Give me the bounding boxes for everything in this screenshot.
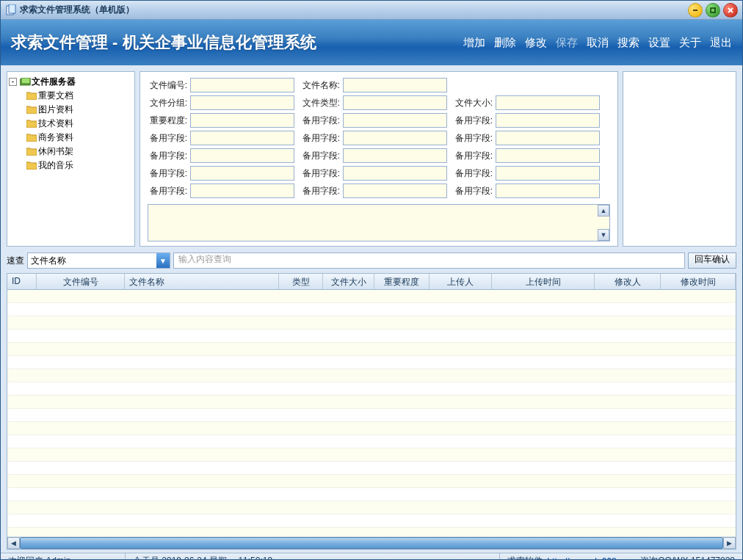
svg-rect-7 [21, 78, 30, 84]
tree-node-label: 休闲书架 [38, 145, 73, 158]
tree-node[interactable]: 商务资料 [26, 131, 133, 145]
table-row[interactable] [7, 514, 736, 528]
col-modifier[interactable]: 修改人 [595, 274, 661, 289]
menu-save[interactable]: 保存 [556, 36, 578, 50]
close-button[interactable] [723, 3, 738, 18]
table-row[interactable] [7, 435, 736, 448]
tree-root[interactable]: - 文件服务器 [9, 75, 133, 89]
table-row[interactable] [7, 448, 736, 462]
menu-settings[interactable]: 设置 [648, 36, 670, 50]
header-banner: 求索文件管理 - 机关企事业信息化管理系统 增加 删除 修改 保存 取消 搜索 … [1, 20, 742, 65]
search-label: 速查 [7, 255, 24, 267]
scroll-down-icon[interactable]: ▼ [598, 229, 609, 241]
input-spare-r7c2[interactable] [343, 183, 447, 198]
status-url[interactable]: http://www.xlq668.com [548, 556, 636, 561]
minimize-button[interactable] [688, 3, 703, 18]
table-row[interactable] [7, 303, 736, 316]
menu-add[interactable]: 增加 [463, 36, 485, 50]
input-spare-r5c2[interactable] [343, 148, 447, 163]
table-row[interactable] [7, 330, 736, 343]
search-input[interactable]: 输入内容查询 [173, 252, 685, 269]
scroll-track[interactable] [20, 537, 723, 549]
input-importance[interactable] [190, 113, 294, 128]
table-row[interactable] [7, 290, 736, 303]
scroll-left-icon[interactable]: ◀ [7, 537, 20, 549]
table-row[interactable] [7, 382, 736, 396]
menu-search[interactable]: 搜索 [617, 36, 639, 50]
status-date: 今天是 2019-06-24 星期一 11:50:19 [126, 553, 500, 560]
col-type[interactable]: 类型 [279, 274, 323, 289]
tree-node[interactable]: 重要文档 [26, 89, 133, 103]
search-combo-value: 文件名称 [31, 255, 66, 267]
table-row[interactable] [7, 488, 736, 501]
label-spare: 备用字段: [453, 150, 496, 162]
menu-about[interactable]: 关于 [679, 36, 701, 50]
table-row[interactable] [7, 396, 736, 409]
table-row[interactable] [7, 528, 736, 537]
col-id[interactable]: ID [7, 274, 37, 289]
input-file-type[interactable] [343, 95, 447, 110]
col-modify-time[interactable]: 修改时间 [661, 274, 736, 289]
form-grid: 文件编号: 文件名称: 文件分组: 文件类型: 文件大小: 重要程度: 备用字段… [148, 78, 610, 201]
input-file-size[interactable] [496, 95, 600, 110]
col-upload-time[interactable]: 上传时间 [492, 274, 595, 289]
input-spare-r3c3[interactable] [496, 113, 600, 128]
table-row[interactable] [7, 462, 736, 475]
menu-delete[interactable]: 删除 [494, 36, 516, 50]
input-spare-r5c1[interactable] [190, 148, 294, 163]
input-file-group[interactable] [190, 95, 294, 110]
label-spare: 备用字段: [300, 185, 343, 197]
table-row[interactable] [7, 501, 736, 514]
scroll-thumb[interactable] [20, 537, 723, 549]
chevron-down-icon[interactable]: ▼ [156, 253, 170, 268]
search-field-combo[interactable]: 文件名称 ▼ [27, 252, 170, 269]
input-spare-r3c2[interactable] [343, 113, 447, 128]
table-row[interactable] [7, 316, 736, 330]
input-spare-r4c2[interactable] [343, 131, 447, 145]
table-row[interactable] [7, 343, 736, 356]
content-area: - 文件服务器 重要文档图片资料技术资料商务资料休闲书架我的音乐 文件编号: 文… [1, 65, 742, 252]
collapse-icon[interactable]: - [9, 78, 17, 86]
table-row[interactable] [7, 475, 736, 488]
input-spare-r5c3[interactable] [496, 148, 600, 163]
scroll-up-icon[interactable]: ▲ [598, 205, 609, 217]
notes-textarea[interactable]: ▲ ▼ [148, 204, 610, 241]
col-file-size[interactable]: 文件大小 [323, 274, 374, 289]
input-spare-r6c2[interactable] [343, 166, 447, 181]
col-file-no[interactable]: 文件编号 [37, 274, 125, 289]
menu-edit[interactable]: 修改 [525, 36, 547, 50]
col-file-name[interactable]: 文件名称 [125, 274, 279, 289]
input-spare-r6c3[interactable] [496, 166, 600, 181]
input-file-no[interactable] [190, 78, 294, 92]
horizontal-scrollbar[interactable]: ◀ ▶ [7, 537, 736, 549]
menu-cancel[interactable]: 取消 [587, 36, 609, 50]
label-file-group: 文件分组: [148, 97, 190, 109]
tree-node[interactable]: 图片资料 [26, 103, 133, 117]
input-spare-r7c3[interactable] [496, 183, 600, 198]
table-row[interactable] [7, 356, 736, 369]
table-row[interactable] [7, 422, 736, 435]
tree-node[interactable]: 休闲书架 [26, 145, 133, 159]
scroll-right-icon[interactable]: ▶ [723, 537, 736, 549]
input-spare-r4c3[interactable] [496, 131, 600, 145]
col-importance[interactable]: 重要程度 [374, 274, 430, 289]
input-spare-r7c1[interactable] [190, 183, 294, 198]
svg-rect-3 [711, 8, 715, 12]
tree-node[interactable]: 技术资料 [26, 117, 133, 131]
col-uploader[interactable]: 上传人 [430, 274, 492, 289]
enter-confirm-button[interactable]: 回车确认 [688, 252, 736, 269]
status-contact: 咨询QQ/WX 151477039 [640, 555, 735, 560]
maximize-button[interactable] [706, 3, 720, 18]
tree-node[interactable]: 我的音乐 [26, 159, 133, 172]
table-row[interactable] [7, 369, 736, 382]
label-spare: 备用字段: [300, 167, 343, 180]
input-spare-r6c1[interactable] [190, 166, 294, 181]
table-body [7, 290, 736, 537]
label-spare: 备用字段: [148, 150, 190, 162]
table-row[interactable] [7, 409, 736, 422]
form-panel: 文件编号: 文件名称: 文件分组: 文件类型: 文件大小: 重要程度: 备用字段… [139, 71, 618, 247]
menu-exit[interactable]: 退出 [710, 36, 732, 50]
table-area: ID 文件编号 文件名称 类型 文件大小 重要程度 上传人 上传时间 修改人 修… [1, 273, 742, 553]
input-spare-r4c1[interactable] [190, 131, 294, 145]
input-file-name[interactable] [343, 78, 447, 92]
